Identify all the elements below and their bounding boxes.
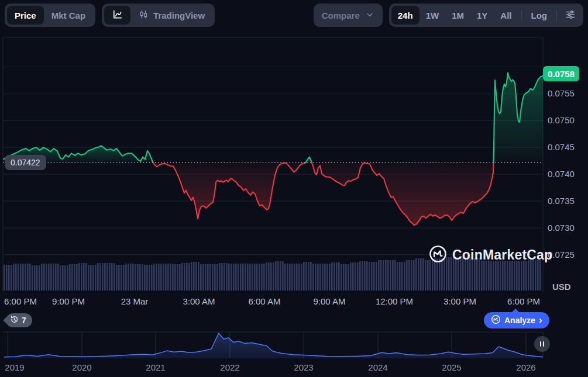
y-axis-tick-label: 0.0750 <box>548 115 575 125</box>
mktcap-toggle-button[interactable]: Mkt Cap <box>44 6 93 25</box>
minimap-year-label: 2020 <box>72 362 91 372</box>
candlestick-icon <box>138 9 149 22</box>
range-1w-button[interactable]: 1W <box>419 6 446 25</box>
range-24h-label: 24h <box>398 11 413 20</box>
y-axis-tick-label: 0.0735 <box>548 196 575 206</box>
minimap-drag-handle[interactable] <box>534 336 550 352</box>
y-axis-tick-label: 0.0730 <box>548 223 575 233</box>
baseline-price-label: 0.07422 <box>5 155 46 170</box>
minimap-year-label: 2026 <box>516 362 535 372</box>
chevron-down-icon <box>365 10 374 21</box>
line-chart-toggle-button[interactable] <box>104 6 130 25</box>
range-all-label: All <box>500 11 511 20</box>
sliders-icon <box>565 9 576 22</box>
analyze-button[interactable]: Analyze › <box>484 312 549 328</box>
minimap-year-label: 2022 <box>220 362 239 372</box>
line-chart-icon <box>112 9 123 22</box>
x-axis-tick-label: 9:00 PM <box>52 296 85 306</box>
x-axis-tick-label: 9:00 AM <box>313 296 345 306</box>
y-axis-tick-label: 0.0745 <box>548 142 575 152</box>
y-axis-tick-label: 0.0740 <box>548 169 575 179</box>
range-1w-label: 1W <box>426 11 439 20</box>
analyze-label: Analyze <box>504 316 535 325</box>
compare-button[interactable]: Compare <box>314 4 383 27</box>
chart-type-toggle-group: TradingView <box>102 4 215 27</box>
chart-toolbar: Price Mkt Cap TradingView <box>0 0 588 30</box>
minimap-year-label: 2021 <box>146 362 165 372</box>
x-axis-tick-label: 12:00 PM <box>376 296 413 306</box>
chevron-right-icon: › <box>539 315 542 325</box>
minimap-year-label: 2023 <box>294 362 313 372</box>
y-axis-unit-label: USD <box>552 282 571 292</box>
cmc-ai-icon <box>491 314 501 326</box>
range-24h-button[interactable]: 24h <box>391 6 419 25</box>
x-axis-tick-label: 23 Mar <box>121 296 149 306</box>
minimap-year-label: 2024 <box>368 362 387 372</box>
range-1y-button[interactable]: 1Y <box>470 6 494 25</box>
log-scale-label: Log <box>531 11 548 20</box>
tradingview-toggle-button[interactable]: TradingView <box>130 6 212 25</box>
coinmarketcap-logo-icon <box>429 245 447 265</box>
metric-toggle-group: Price Mkt Cap <box>5 4 95 27</box>
history-clock-icon <box>10 315 19 326</box>
x-axis-tick-label: 6:00 PM <box>4 296 37 306</box>
price-toggle-button[interactable]: Price <box>7 6 44 25</box>
log-scale-button[interactable]: Log <box>525 6 554 25</box>
minimap-brush-area[interactable] <box>3 330 543 361</box>
range-1y-label: 1Y <box>477 11 487 20</box>
y-axis-tick-label: 0.0755 <box>548 88 575 98</box>
recently-viewed-count: 7 <box>22 316 26 325</box>
range-1m-label: 1M <box>452 11 464 20</box>
toolbar-divider <box>521 10 522 20</box>
toolbar-divider <box>556 10 557 20</box>
range-1m-button[interactable]: 1M <box>445 6 470 25</box>
minimap-year-label: 2019 <box>5 362 24 372</box>
time-range-group: 24h 1W 1M 1Y All Log <box>389 4 583 27</box>
price-toggle-label: Price <box>15 11 36 20</box>
tradingview-label: TradingView <box>153 11 205 20</box>
current-price-value: 0.0758 <box>548 69 575 79</box>
compare-label: Compare <box>322 11 360 20</box>
chart-settings-button[interactable] <box>560 6 581 25</box>
minimap-year-label: 2025 <box>442 362 461 372</box>
recently-viewed-pill[interactable]: 7 <box>6 313 32 327</box>
x-axis-tick-label: 6:00 AM <box>248 296 280 306</box>
x-axis-tick-label: 3:00 AM <box>183 296 215 306</box>
range-all-button[interactable]: All <box>494 6 518 25</box>
baseline-price-value: 0.07422 <box>11 158 40 167</box>
x-axis-tick-label: 3:00 PM <box>443 296 476 306</box>
watermark-text: CoinMarketCap <box>452 247 552 263</box>
mktcap-toggle-label: Mkt Cap <box>51 11 85 20</box>
x-axis-tick-label: 6:00 PM <box>507 296 540 306</box>
coinmarketcap-watermark: CoinMarketCap <box>429 245 552 265</box>
current-price-badge: 0.0758 <box>543 66 579 81</box>
